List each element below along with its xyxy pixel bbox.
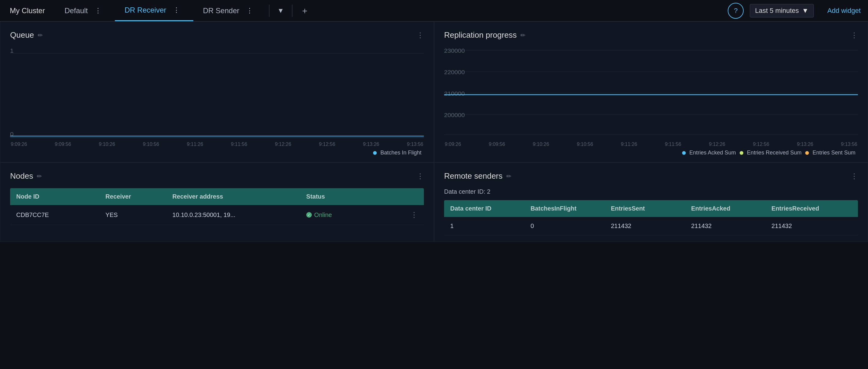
remote-senders-edit-icon[interactable]: ✏ — [506, 173, 512, 180]
status-online-icon — [306, 212, 312, 218]
tab-dr-receiver-label: DR Receiver — [125, 6, 166, 15]
svg-text:230000: 230000 — [444, 48, 465, 54]
replication-panel-title: Replication progress — [444, 30, 517, 40]
col-entries-received: EntriesReceived — [772, 205, 852, 212]
tab-my-cluster[interactable]: My Cluster — [0, 0, 55, 21]
cell-batches-in-flight: 0 — [530, 223, 611, 230]
remote-senders-table: Data center ID BatchesInFlight EntriesSe… — [444, 200, 858, 235]
svg-text:200000: 200000 — [444, 112, 465, 118]
col-status: Status — [306, 193, 395, 200]
queue-title-row: Queue ✏ — [10, 30, 43, 40]
top-navigation: My Cluster Default ⋮ DR Receiver ⋮ DR Se… — [0, 0, 868, 22]
legend-dot-batches — [373, 151, 377, 155]
queue-chart-svg: 1 0 — [10, 47, 424, 139]
cell-dc-id: 1 — [450, 223, 530, 230]
replication-panel: Replication progress ✏ ⋮ 230000 220000 2… — [434, 22, 868, 163]
remote-senders-panel-header: Remote senders ✏ ⋮ — [444, 171, 858, 181]
help-button[interactable]: ? — [728, 3, 744, 19]
main-grid: Queue ✏ ⋮ 1 0 9:09:26 9:09:56 9:10:26 — [0, 22, 868, 242]
col-actions — [395, 193, 418, 200]
nodes-menu-icon[interactable]: ⋮ — [416, 172, 424, 180]
cell-node-id: CDB7CC7E — [16, 211, 105, 219]
time-range-label: Last 5 minutes — [755, 7, 799, 15]
remote-senders-title-row: Remote senders ✏ — [444, 171, 512, 181]
chevron-down-icon: ▼ — [278, 7, 284, 15]
cell-receiver: YES — [105, 211, 173, 219]
table-row: 1 0 211432 211432 211432 — [444, 217, 858, 235]
plus-icon: ＋ — [301, 5, 309, 17]
row-menu-icon[interactable]: ⋮ — [395, 210, 418, 219]
tab-dr-sender-dots[interactable]: ⋮ — [243, 0, 257, 21]
nav-dropdown-button[interactable]: ▼ — [272, 0, 290, 21]
data-center-id-info: Data center ID: 2 — [444, 188, 858, 195]
tab-my-cluster-label: My Cluster — [10, 6, 45, 15]
cell-status: Online — [306, 211, 395, 219]
nodes-title-row: Nodes ✏ — [10, 171, 42, 181]
replication-x-axis: 9:09:26 9:09:56 9:10:26 9:10:56 9:11:26 … — [444, 142, 858, 147]
tab-default[interactable]: Default ⋮ — [55, 0, 115, 21]
cell-entries-received: 211432 — [772, 223, 852, 230]
tab-default-dots[interactable]: ⋮ — [91, 0, 105, 21]
tab-dr-receiver[interactable]: DR Receiver ⋮ — [115, 0, 193, 21]
help-icon: ? — [734, 7, 738, 15]
col-entries-sent: EntriesSent — [611, 205, 691, 212]
legend-label-acked: Entries Acked Sum — [689, 149, 736, 156]
tab-dr-receiver-dots[interactable]: ⋮ — [169, 0, 183, 20]
cell-entries-acked: 211432 — [691, 223, 772, 230]
data-center-id-label: Data center ID: 2 — [444, 188, 490, 195]
col-batches-in-flight: BatchesInFlight — [530, 205, 611, 212]
queue-menu-icon[interactable]: ⋮ — [416, 31, 424, 39]
add-tab-button[interactable]: ＋ — [295, 0, 315, 21]
col-entries-acked: EntriesAcked — [691, 205, 772, 212]
queue-panel-title: Queue — [10, 30, 34, 40]
time-range-selector[interactable]: Last 5 minutes ▼ — [750, 4, 814, 18]
table-row: CDB7CC7E YES 10.10.0.23:50001, 19... Onl… — [10, 205, 424, 225]
add-widget-label: Add widget — [827, 7, 861, 15]
col-receiver: Receiver — [105, 193, 173, 200]
remote-senders-panel-title: Remote senders — [444, 171, 503, 181]
time-dropdown-icon: ▼ — [802, 7, 809, 15]
svg-text:210000: 210000 — [444, 91, 465, 97]
tab-dr-sender-label: DR Sender — [203, 6, 240, 15]
nodes-table-header: Node ID Receiver Receiver address Status — [10, 188, 424, 205]
replication-legend: Entries Acked Sum Entries Received Sum E… — [444, 149, 858, 156]
cell-entries-sent: 211432 — [611, 223, 691, 230]
col-dc-id: Data center ID — [450, 205, 530, 212]
col-receiver-address: Receiver address — [173, 193, 306, 200]
nodes-panel-title: Nodes — [10, 171, 33, 181]
replication-chart-area: 230000 220000 210000 200000 — [444, 47, 858, 139]
col-node-id: Node ID — [16, 193, 105, 200]
queue-legend: Batches In Flight — [10, 149, 424, 156]
nav-separator — [269, 5, 270, 17]
legend-label-batches: Batches In Flight — [380, 149, 422, 156]
tab-dr-sender[interactable]: DR Sender ⋮ — [193, 0, 267, 21]
remote-senders-menu-icon[interactable]: ⋮ — [850, 172, 858, 180]
legend-dot-received — [740, 151, 743, 155]
remote-senders-table-header: Data center ID BatchesInFlight EntriesSe… — [444, 200, 858, 217]
svg-text:1: 1 — [10, 48, 13, 54]
cell-receiver-address: 10.10.0.23:50001, 19... — [173, 211, 306, 219]
nodes-edit-icon[interactable]: ✏ — [37, 173, 42, 180]
queue-panel-header: Queue ✏ ⋮ — [10, 30, 424, 40]
legend-label-sent: Entries Sent Sum — [812, 149, 856, 156]
status-label: Online — [314, 211, 332, 219]
replication-chart-svg: 230000 220000 210000 200000 — [444, 47, 858, 139]
queue-x-axis: 9:09:26 9:09:56 9:10:26 9:10:56 9:11:26 … — [10, 142, 424, 147]
replication-title-row: Replication progress ✏ — [444, 30, 526, 40]
svg-text:220000: 220000 — [444, 69, 465, 76]
replication-edit-icon[interactable]: ✏ — [520, 32, 526, 39]
replication-panel-header: Replication progress ✏ ⋮ — [444, 30, 858, 40]
nodes-panel: Nodes ✏ ⋮ Node ID Receiver Receiver addr… — [0, 163, 434, 242]
queue-panel: Queue ✏ ⋮ 1 0 9:09:26 9:09:56 9:10:26 — [0, 22, 434, 163]
nav-separator-2 — [292, 5, 292, 17]
tab-default-label: Default — [65, 6, 88, 15]
legend-dot-sent — [805, 151, 809, 155]
queue-chart-area: 1 0 — [10, 47, 424, 139]
remote-senders-panel: Remote senders ✏ ⋮ Data center ID: 2 Dat… — [434, 163, 868, 242]
queue-edit-icon[interactable]: ✏ — [38, 32, 43, 39]
legend-label-received: Entries Received Sum — [747, 149, 802, 156]
nodes-table: Node ID Receiver Receiver address Status… — [10, 188, 424, 225]
replication-menu-icon[interactable]: ⋮ — [850, 31, 858, 39]
add-widget-button[interactable]: Add widget — [820, 7, 868, 15]
nodes-panel-header: Nodes ✏ ⋮ — [10, 171, 424, 181]
